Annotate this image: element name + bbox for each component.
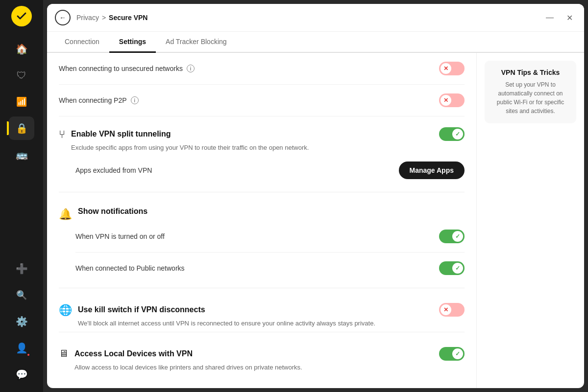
home-icon: 🏠 xyxy=(16,43,28,55)
apps-excluded-row: Apps excluded from VPN Manage Apps xyxy=(75,153,465,188)
side-panel: VPN Tips & Tricks Set up your VPN to aut… xyxy=(476,53,584,388)
browse-icon: 🚌 xyxy=(16,149,28,161)
sidebar-bottom: ➕ 🔍 ⚙️ 👤 💬 xyxy=(9,257,34,386)
back-button[interactable]: ← xyxy=(55,10,71,25)
sidebar-item-browse[interactable]: 🚌 xyxy=(9,143,34,166)
split-tunnel-icon: ⑂ xyxy=(59,128,65,141)
back-icon: ← xyxy=(59,14,66,22)
speed-icon: 📶 xyxy=(16,96,27,107)
sidebar-item-avatar[interactable]: 👤 xyxy=(9,336,34,360)
unsecured-info-icon[interactable]: i xyxy=(187,65,195,72)
unsecured-toggle-thumb: ✕ xyxy=(441,63,451,74)
kill-switch-icon: 🌐 xyxy=(59,304,72,317)
vpn-on-off-row: When VPN is turned on or off ✓ xyxy=(75,221,465,253)
tab-settings[interactable]: Settings xyxy=(109,32,156,53)
notifications-icon: 🔔 xyxy=(59,208,72,221)
shield-icon: 🛡 xyxy=(17,70,26,81)
local-devices-header-text: Access Local Devices with VPN ✓ Allow ac… xyxy=(74,347,465,372)
local-devices-icon: 🖥 xyxy=(59,348,69,359)
app-logo xyxy=(11,6,32,26)
section-divider-1 xyxy=(59,192,465,192)
local-devices-toggle-track[interactable]: ✓ xyxy=(439,347,465,361)
notifications-title: Show notifications xyxy=(78,207,465,216)
tabs: Connection Settings Ad Tracker Blocking xyxy=(47,32,584,53)
manage-apps-button[interactable]: Manage Apps xyxy=(399,161,465,179)
unsecured-networks-row: When connecting to unsecured networks i … xyxy=(59,53,465,85)
avatar-icon: 👤 xyxy=(16,342,28,354)
split-tunnel-title: Enable VPN split tunneling xyxy=(71,130,171,138)
breadcrumb-current: Secure VPN xyxy=(109,14,147,22)
section-divider-3 xyxy=(59,332,465,332)
notifications-section: 🔔 Show notifications xyxy=(59,196,465,221)
split-tunnel-description: Exclude specific apps from using your VP… xyxy=(71,143,465,153)
p2p-toggle-track[interactable]: ✕ xyxy=(439,93,465,107)
sidebar-item-shield[interactable]: 🛡 xyxy=(9,64,34,87)
kill-switch-toggle-thumb: ✕ xyxy=(441,304,451,315)
vpn-on-off-label: When VPN is turned on or off xyxy=(75,232,165,240)
sidebar-item-chat[interactable]: 💬 xyxy=(9,363,34,386)
split-tunnel-toggle-track[interactable]: ✓ xyxy=(439,127,465,141)
vpn-on-off-toggle[interactable]: ✓ xyxy=(439,230,465,243)
vpn-on-off-toggle-thumb: ✓ xyxy=(452,231,463,242)
vpn-on-off-toggle-track[interactable]: ✓ xyxy=(439,230,465,243)
split-tunnel-toggle-thumb: ✓ xyxy=(452,129,463,139)
chat-icon: 💬 xyxy=(16,369,28,380)
split-tunnel-toggle[interactable]: ✓ xyxy=(439,127,465,141)
title-bar: ← Privacy > Secure VPN — ✕ xyxy=(47,4,584,32)
public-network-row: When connected to Public networks ✓ xyxy=(75,253,465,284)
sidebar-item-search[interactable]: 🔍 xyxy=(9,283,34,307)
apps-excluded-label: Apps excluded from VPN xyxy=(75,166,152,174)
kill-switch-title: Use kill switch if VPN disconnects xyxy=(78,305,205,314)
kill-switch-toggle[interactable]: ✕ xyxy=(439,303,465,317)
minimize-icon: — xyxy=(546,13,554,22)
sidebar-item-settings[interactable]: ⚙️ xyxy=(9,310,34,333)
p2p-info-icon[interactable]: i xyxy=(131,96,139,104)
local-devices-title: Access Local Devices with VPN xyxy=(74,349,193,358)
local-devices-section: 🖥 Access Local Devices with VPN ✓ Allow … xyxy=(59,336,465,372)
sidebar-item-home[interactable]: 🏠 xyxy=(9,37,34,61)
section-divider-2 xyxy=(59,288,465,288)
sidebar: 🏠 🛡 📶 🔒 🚌 ➕ 🔍 ⚙️ 👤 💬 xyxy=(0,0,43,392)
public-network-toggle[interactable]: ✓ xyxy=(439,261,465,275)
sidebar-item-vpn[interactable]: 🔒 xyxy=(9,116,34,140)
close-icon: ✕ xyxy=(566,13,573,23)
p2p-toggle[interactable]: ✕ xyxy=(439,93,465,107)
kill-switch-description: We'll block all internet access until VP… xyxy=(78,319,465,328)
p2p-row: When connecting P2P i ✕ xyxy=(59,85,465,116)
health-icon: ➕ xyxy=(16,263,28,275)
public-network-toggle-thumb: ✓ xyxy=(452,263,463,274)
settings-icon: ⚙️ xyxy=(16,316,28,327)
tips-card: VPN Tips & Tricks Set up your VPN to aut… xyxy=(485,61,576,123)
avatar-notification-dot xyxy=(26,353,30,357)
tab-adtracker[interactable]: Ad Tracker Blocking xyxy=(156,32,237,53)
close-button[interactable]: ✕ xyxy=(563,11,576,24)
breadcrumb-separator: > xyxy=(102,14,106,22)
kill-switch-toggle-track[interactable]: ✕ xyxy=(439,303,465,317)
unsecured-networks-label: When connecting to unsecured networks i xyxy=(59,65,195,72)
notifications-body: When VPN is turned on or off ✓ When conn… xyxy=(59,221,465,284)
sidebar-item-health[interactable]: ➕ xyxy=(9,257,34,280)
unsecured-toggle[interactable]: ✕ xyxy=(439,62,465,75)
local-devices-description: Allow access to local devices like print… xyxy=(74,363,465,372)
public-network-label: When connected to Public networks xyxy=(75,264,185,272)
breadcrumb-parent: Privacy xyxy=(76,14,99,22)
public-network-toggle-track[interactable]: ✓ xyxy=(439,261,465,275)
tab-connection[interactable]: Connection xyxy=(55,32,109,53)
main-content: When connecting to unsecured networks i … xyxy=(47,53,476,388)
tips-card-title: VPN Tips & Tricks xyxy=(492,69,568,76)
split-tunnel-body: Apps excluded from VPN Manage Apps xyxy=(59,153,465,188)
minimize-button[interactable]: — xyxy=(543,11,557,24)
content-area: When connecting to unsecured networks i … xyxy=(47,53,584,388)
kill-switch-section: 🌐 Use kill switch if VPN disconnects ✕ W… xyxy=(59,292,465,328)
vpn-icon: 🔒 xyxy=(16,122,28,134)
main-window: ← Privacy > Secure VPN — ✕ Connection Se… xyxy=(47,4,584,388)
local-devices-toggle[interactable]: ✓ xyxy=(439,347,465,361)
sidebar-item-speed[interactable]: 📶 xyxy=(9,90,34,114)
split-tunnel-section: ⑂ Enable VPN split tunneling ✓ Exclude s… xyxy=(59,116,465,153)
unsecured-toggle-track[interactable]: ✕ xyxy=(439,62,465,75)
search-icon: 🔍 xyxy=(16,290,27,300)
tips-card-description: Set up your VPN to automatically connect… xyxy=(492,80,568,115)
kill-switch-header-text: Use kill switch if VPN disconnects ✕ We'… xyxy=(78,303,465,328)
breadcrumb: Privacy > Secure VPN xyxy=(76,14,147,22)
local-devices-toggle-thumb: ✓ xyxy=(452,348,463,359)
